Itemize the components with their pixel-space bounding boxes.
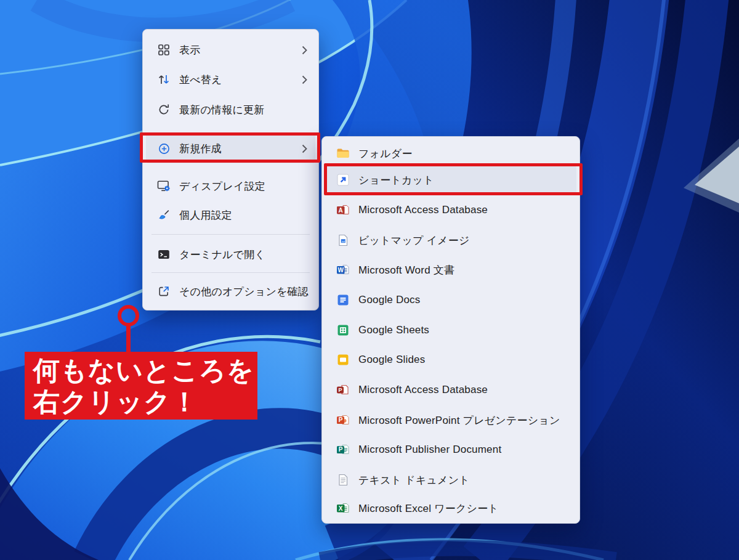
submenu-item-label: Microsoft Access Database bbox=[358, 204, 488, 216]
svg-text:W: W bbox=[337, 267, 344, 274]
access-database-maroon-icon: P bbox=[335, 384, 351, 396]
word-document-icon: W bbox=[335, 264, 351, 276]
access-database-icon: A bbox=[335, 204, 351, 216]
menu-item-personalize[interactable]: 個人用設定 bbox=[146, 200, 315, 230]
powerpoint-icon: P bbox=[335, 414, 351, 426]
svg-text:P: P bbox=[339, 416, 343, 423]
submenu-item-word-document[interactable]: W Microsoft Word 文書 bbox=[325, 256, 576, 284]
google-sheets-icon bbox=[335, 324, 351, 336]
svg-text:P: P bbox=[338, 387, 342, 393]
menu-separator bbox=[151, 272, 310, 273]
submenu-item-label: Microsoft PowerPoint プレゼンテーション bbox=[358, 413, 560, 428]
text-document-icon bbox=[335, 474, 351, 486]
menu-item-label: 表示 bbox=[179, 43, 200, 57]
submenu-item-google-slides[interactable]: Google Slides bbox=[325, 346, 576, 374]
submenu-item-label: Microsoft Excel ワークシート bbox=[358, 501, 499, 516]
folder-icon bbox=[335, 148, 351, 159]
submenu-item-label: Google Slides bbox=[358, 354, 425, 366]
menu-item-display-settings[interactable]: ディスプレイ設定 bbox=[146, 171, 315, 201]
callout-pin-stem bbox=[126, 325, 131, 353]
highlight-frame-new bbox=[140, 132, 320, 163]
submenu-item-powerpoint-presentation[interactable]: P Microsoft PowerPoint プレゼンテーション bbox=[325, 406, 576, 434]
submenu-item-label: テキスト ドキュメント bbox=[358, 473, 470, 487]
submenu-item-access-database[interactable]: A Microsoft Access Database bbox=[325, 196, 576, 224]
excel-icon: X bbox=[335, 502, 351, 514]
personalize-icon bbox=[156, 209, 172, 221]
menu-item-label: その他のオプションを確認 bbox=[179, 285, 309, 299]
chevron-right-icon bbox=[302, 75, 307, 84]
submenu-item-label: Microsoft Word 文書 bbox=[358, 263, 454, 277]
menu-separator bbox=[151, 234, 310, 235]
refresh-icon bbox=[156, 103, 172, 116]
submenu-item-label: Google Sheets bbox=[358, 324, 429, 336]
menu-item-view[interactable]: 表示 bbox=[146, 35, 315, 65]
submenu-item-text-document[interactable]: テキスト ドキュメント bbox=[325, 466, 576, 494]
submenu-item-bitmap-image[interactable]: ビットマップ イメージ bbox=[325, 226, 576, 254]
menu-item-show-more-options[interactable]: その他のオプションを確認 bbox=[146, 277, 315, 306]
svg-text:A: A bbox=[339, 207, 343, 214]
bitmap-image-icon bbox=[335, 234, 351, 246]
submenu-item-label: フォルダー bbox=[358, 147, 413, 161]
submenu-item-google-docs[interactable]: Google Docs bbox=[325, 286, 576, 314]
svg-text:X: X bbox=[339, 505, 343, 512]
submenu-item-publisher-document[interactable]: P Microsoft Publisher Document bbox=[325, 436, 576, 464]
chevron-right-icon bbox=[302, 46, 307, 55]
show-more-options-icon bbox=[156, 285, 172, 298]
submenu-item-label: ビットマップ イメージ bbox=[358, 233, 470, 248]
publisher-icon: P bbox=[335, 444, 351, 456]
display-settings-icon bbox=[156, 180, 172, 192]
svg-text:P: P bbox=[339, 446, 343, 453]
desktop-context-menu: 表示 並べ替え 最新の情 bbox=[142, 29, 319, 310]
callout-line2: 右クリック！ bbox=[33, 386, 257, 418]
terminal-icon bbox=[156, 248, 172, 261]
menu-item-refresh[interactable]: 最新の情報に更新 bbox=[146, 95, 315, 124]
submenu-item-access-database-2[interactable]: P Microsoft Access Database bbox=[325, 376, 576, 404]
menu-item-label: ディスプレイ設定 bbox=[179, 179, 265, 193]
menu-item-label: 並べ替え bbox=[179, 73, 222, 87]
desktop[interactable]: 表示 並べ替え 最新の情 bbox=[0, 0, 739, 560]
menu-item-label: 個人用設定 bbox=[179, 208, 232, 222]
submenu-item-label: Microsoft Publisher Document bbox=[358, 444, 501, 456]
callout-label: 何もないところを 右クリック！ bbox=[25, 352, 257, 420]
submenu-item-excel-worksheet[interactable]: X Microsoft Excel ワークシート bbox=[325, 494, 576, 522]
google-slides-icon bbox=[335, 354, 351, 366]
submenu-item-label: Google Docs bbox=[358, 294, 420, 306]
menu-item-sort[interactable]: 並べ替え bbox=[146, 65, 315, 94]
callout-pin-circle bbox=[118, 305, 139, 327]
google-docs-icon bbox=[335, 294, 351, 306]
grid-icon bbox=[156, 44, 172, 56]
submenu-item-label: Microsoft Access Database bbox=[358, 384, 488, 396]
callout-line1: 何もないところを bbox=[33, 355, 257, 386]
menu-item-open-terminal[interactable]: ターミナルで開く bbox=[146, 240, 315, 269]
menu-item-label: 最新の情報に更新 bbox=[179, 103, 264, 117]
sort-icon bbox=[156, 73, 172, 86]
menu-item-label: ターミナルで開く bbox=[179, 248, 265, 262]
highlight-frame-shortcut bbox=[324, 163, 583, 195]
submenu-item-google-sheets[interactable]: Google Sheets bbox=[325, 316, 576, 344]
